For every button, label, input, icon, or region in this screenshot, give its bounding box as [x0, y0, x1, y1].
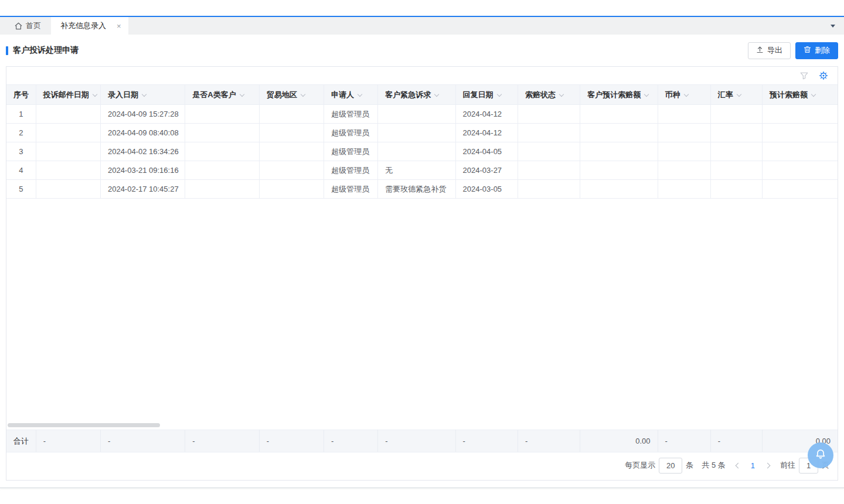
- table-cell: [763, 161, 838, 180]
- column-label: 汇率: [718, 90, 733, 99]
- table-row[interactable]: 12024-04-09 15:27:28超级管理员2024-04-12: [6, 105, 838, 124]
- table-cell: [36, 161, 100, 180]
- summary-label: 合计: [6, 430, 36, 452]
- table-cell: 无: [378, 161, 455, 180]
- table-cell: 2024-03-21 09:16:16: [100, 161, 185, 180]
- title-accent-mark: [6, 46, 8, 55]
- app-root: 首页 补充信息录入 × 客户投诉处理申请 导出: [0, 0, 844, 504]
- table-cell: 2024-03-05: [455, 180, 518, 199]
- table-cell: [710, 105, 762, 124]
- table-scroll-area: 序号投诉邮件日期录入日期是否A类客户贸易地区申请人客户紧急诉求回复日期索赔状态客…: [6, 84, 838, 421]
- horizontal-scrollbar-track: [6, 421, 838, 430]
- column-label: 投诉邮件日期: [43, 90, 89, 99]
- column-header-1[interactable]: 投诉邮件日期: [36, 85, 100, 105]
- table-cell: [580, 142, 658, 161]
- column-header-3[interactable]: 是否A类客户: [185, 85, 259, 105]
- current-page-number[interactable]: 1: [748, 461, 757, 470]
- prev-page-chevron-icon[interactable]: [735, 462, 741, 468]
- table-cell: [185, 142, 259, 161]
- page-title-text: 客户投诉处理申请: [13, 45, 79, 56]
- next-page-chevron-icon[interactable]: [765, 462, 771, 468]
- tab-list-chevron-down-icon[interactable]: [831, 25, 835, 28]
- tab-supplementary-info[interactable]: 补充信息录入 ×: [51, 17, 128, 35]
- summary-cell: -: [100, 430, 185, 452]
- tab-label: 首页: [26, 21, 41, 31]
- table-cell: 3: [6, 142, 36, 161]
- page-size-input[interactable]: [659, 458, 682, 474]
- close-icon[interactable]: ×: [117, 22, 121, 30]
- horizontal-scrollbar-thumb[interactable]: [8, 423, 160, 427]
- summary-cell: -: [36, 430, 100, 452]
- per-page-label: 每页显示: [625, 460, 655, 471]
- summary-cell: -: [185, 430, 259, 452]
- column-header-8[interactable]: 索赔状态: [518, 85, 580, 105]
- sort-chevron-down-icon: [300, 91, 305, 96]
- column-header-4[interactable]: 贸易地区: [259, 85, 324, 105]
- summary-table: 合计--------0.00--0.00: [6, 430, 838, 452]
- table-row[interactable]: 52024-02-17 10:45:27超级管理员需要玫德紧急补货2024-03…: [6, 180, 838, 199]
- column-label: 客户预计索赔额: [587, 90, 641, 99]
- delete-button-label: 删除: [815, 45, 830, 56]
- table-panel: 序号投诉邮件日期录入日期是否A类客户贸易地区申请人客户紧急诉求回复日期索赔状态客…: [6, 66, 838, 481]
- table-cell: 超级管理员: [324, 105, 377, 124]
- sort-chevron-down-icon: [92, 91, 97, 96]
- column-header-11[interactable]: 汇率: [710, 85, 762, 105]
- table-cell: [36, 124, 100, 142]
- table-cell: [259, 105, 324, 124]
- table-header-row: 序号投诉邮件日期录入日期是否A类客户贸易地区申请人客户紧急诉求回复日期索赔状态客…: [6, 85, 838, 105]
- column-header-10[interactable]: 币种: [658, 85, 710, 105]
- summary-cell: 0.00: [580, 430, 658, 452]
- table-cell: [580, 161, 658, 180]
- table-cell: [185, 161, 259, 180]
- per-page-unit: 条: [686, 460, 693, 471]
- filter-icon[interactable]: [800, 72, 808, 80]
- table-cell: [710, 142, 762, 161]
- tab-home[interactable]: 首页: [5, 17, 51, 35]
- table-cell: [518, 124, 580, 142]
- column-settings-gear-icon[interactable]: [819, 71, 828, 80]
- notification-bell-button[interactable]: [808, 442, 833, 468]
- total-count-label: 共 5 条: [702, 460, 725, 471]
- table-cell: 2024-04-09 15:27:28: [100, 105, 185, 124]
- table-cell: [259, 180, 324, 199]
- column-header-6[interactable]: 客户紧急诉求: [378, 85, 455, 105]
- table-cell: [658, 105, 710, 124]
- table-cell: [763, 105, 838, 124]
- column-label: 申请人: [331, 90, 354, 99]
- table-row[interactable]: 22024-04-09 08:40:08超级管理员2024-04-12: [6, 124, 838, 142]
- delete-button[interactable]: 删除: [795, 42, 838, 59]
- bell-icon: [814, 448, 827, 463]
- table-cell: 2024-02-17 10:45:27: [100, 180, 185, 199]
- data-table: 序号投诉邮件日期录入日期是否A类客户贸易地区申请人客户紧急诉求回复日期索赔状态客…: [6, 84, 838, 199]
- table-row[interactable]: 32024-04-02 16:34:26超级管理员2024-04-05: [6, 142, 838, 161]
- page-title: 客户投诉处理申请: [6, 45, 79, 56]
- column-header-12[interactable]: 预计索赔额: [763, 85, 838, 105]
- header-actions: 导出 删除: [748, 42, 838, 59]
- table-cell: 2024-04-12: [455, 105, 518, 124]
- column-header-7[interactable]: 回复日期: [455, 85, 518, 105]
- table-cell: [36, 142, 100, 161]
- column-label: 索赔状态: [525, 90, 556, 99]
- table-cell: [763, 180, 838, 199]
- table-cell: 超级管理员: [324, 180, 377, 199]
- goto-page-label: 前往: [780, 460, 795, 471]
- column-label: 币种: [665, 90, 680, 99]
- table-cell: [710, 180, 762, 199]
- column-header-9[interactable]: 客户预计索赔额: [580, 85, 658, 105]
- table-row[interactable]: 42024-03-21 09:16:16超级管理员无2024-03-27: [6, 161, 838, 180]
- summary-cell: -: [324, 430, 377, 452]
- table-cell: [378, 124, 455, 142]
- column-header-2[interactable]: 录入日期: [100, 85, 185, 105]
- table-cell: [36, 180, 100, 199]
- table-cell: 2024-04-05: [455, 142, 518, 161]
- table-cell: 超级管理员: [324, 142, 377, 161]
- export-button[interactable]: 导出: [748, 42, 791, 59]
- column-label: 是否A类客户: [192, 90, 236, 99]
- trash-icon: [804, 46, 811, 55]
- column-header-5[interactable]: 申请人: [324, 85, 377, 105]
- table-cell: 4: [6, 161, 36, 180]
- summary-cell: -: [378, 430, 455, 452]
- table-cell: [518, 161, 580, 180]
- column-header-0: 序号: [6, 85, 36, 105]
- table-cell: [658, 161, 710, 180]
